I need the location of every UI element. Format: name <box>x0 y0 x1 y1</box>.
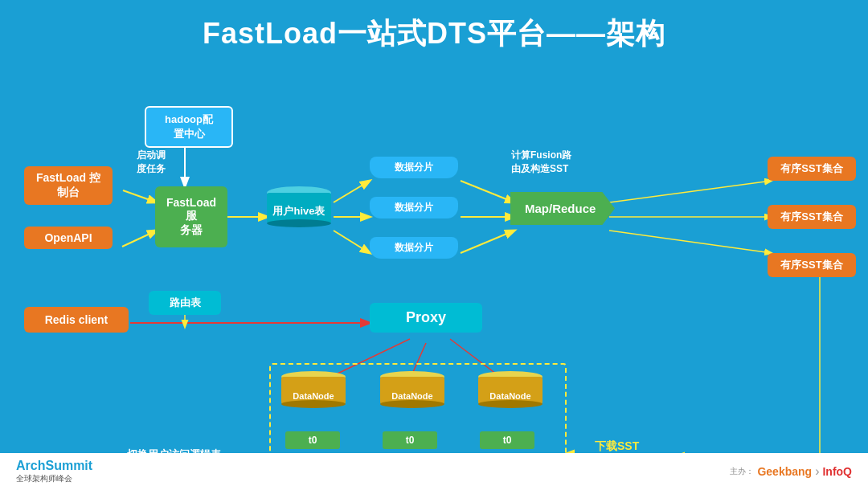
fastload-control-box: FastLoad 控制台 <box>24 166 113 205</box>
calc-fusion-label: 计算Fusion路由及构造SST <box>511 149 571 176</box>
svg-line-9 <box>609 181 772 202</box>
data-shard-1: 数据分片 <box>370 157 458 178</box>
openapi-box: OpenAPI <box>24 227 113 249</box>
footer-right: 主办： Geekbang › InfoQ <box>730 464 852 479</box>
archsummit-logo: ArchSummit 全球架构师峰会 <box>16 459 92 484</box>
data-shard-3: 数据分片 <box>370 237 458 259</box>
t0-cell-1: t0 <box>285 431 340 449</box>
sst-box-2: 有序SST集合 <box>768 205 856 229</box>
svg-line-1 <box>122 231 157 247</box>
mapreduce-box: Map/Reduce <box>510 192 615 225</box>
t0-cell-2: t0 <box>383 431 437 449</box>
svg-line-11 <box>609 231 772 253</box>
svg-line-0 <box>123 190 157 202</box>
t0-cell-3: t0 <box>480 431 534 449</box>
svg-line-8 <box>461 231 514 253</box>
svg-line-3 <box>334 181 370 202</box>
svg-line-6 <box>461 181 514 202</box>
redis-client-box: Redis client <box>24 307 129 333</box>
footer-left: ArchSummit 全球架构师峰会 <box>16 459 92 484</box>
proxy-box: Proxy <box>370 303 482 333</box>
data-shard-2: 数据分片 <box>370 197 458 218</box>
title: FastLoad一站式DTS平台——架构 <box>0 0 868 62</box>
routing-table-box: 路由表 <box>149 291 221 315</box>
footer: ArchSummit 全球架构师峰会 主办： Geekbang › InfoQ <box>0 453 868 490</box>
start-task-label: 启动调度任务 <box>137 149 166 176</box>
sst-box-3: 有序SST集合 <box>768 253 856 277</box>
download-sst-label: 下载SST <box>595 439 639 454</box>
hadoop-box: hadoop配置中心 <box>145 106 233 148</box>
svg-line-5 <box>334 231 370 253</box>
fastload-server-box: FastLoad服务器 <box>155 186 227 247</box>
sst-box-1: 有序SST集合 <box>768 157 856 181</box>
